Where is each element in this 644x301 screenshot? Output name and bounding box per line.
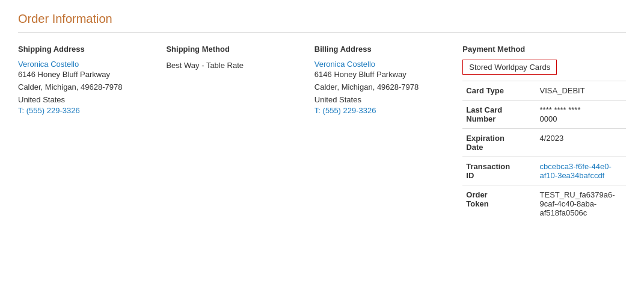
payment-table-row: Transaction IDcbcebca3-f6fe-44e0-af10-3e…	[462, 157, 626, 185]
payment-method-column: Payment Method Stored Worldpay Cards Car…	[462, 45, 626, 222]
shipping-phone-label: T:	[18, 106, 24, 115]
payment-row-value: TEST_RU_fa6379a6-9caf-4c40-8aba-af518fa0…	[536, 185, 626, 223]
billing-address-city: Calder, Michigan, 49628-7978	[314, 81, 450, 94]
payment-row-value: cbcebca3-f6fe-44e0-af10-3ea34bafccdf	[536, 157, 626, 185]
shipping-phone-number: (555) 229-3326	[26, 106, 80, 115]
billing-address-heading: Billing Address	[314, 45, 450, 54]
payment-table-row: Last Card Number**** **** **** 0000	[462, 101, 626, 129]
shipping-method-heading: Shipping Method	[166, 45, 302, 54]
shipping-address-column: Shipping Address Veronica Costello 6146 …	[18, 45, 166, 115]
payment-table-row: Expiration Date4/2023	[462, 129, 626, 157]
shipping-address-name: Veronica Costello	[18, 60, 154, 69]
shipping-address-city: Calder, Michigan, 49628-7978	[18, 81, 154, 94]
shipping-method-value: Best Way - Table Rate	[166, 60, 302, 72]
payment-table-row: Card TypeVISA_DEBIT	[462, 81, 626, 101]
payment-row-label: Last Card Number	[462, 101, 536, 129]
payment-row-label: Transaction ID	[462, 157, 536, 185]
billing-address-phone: T: (555) 229-3326	[314, 106, 450, 115]
shipping-method-column: Shipping Method Best Way - Table Rate	[166, 45, 314, 72]
order-info-columns: Shipping Address Veronica Costello 6146 …	[18, 45, 626, 222]
billing-address-street: 6146 Honey Bluff Parkway	[314, 69, 450, 81]
payment-method-badge: Stored Worldpay Cards	[462, 60, 557, 75]
shipping-address-phone: T: (555) 229-3326	[18, 106, 154, 115]
billing-address-column: Billing Address Veronica Costello 6146 H…	[314, 45, 462, 115]
billing-phone-number: (555) 229-3326	[323, 106, 376, 115]
shipping-address-street: 6146 Honey Bluff Parkway	[18, 69, 154, 81]
payment-row-value: VISA_DEBIT	[536, 81, 626, 101]
billing-address-name: Veronica Costello	[314, 60, 450, 69]
payment-row-value: 4/2023	[536, 129, 626, 157]
section-divider	[18, 32, 626, 33]
payment-row-label: Order Token	[462, 185, 536, 223]
payment-table-row: Order TokenTEST_RU_fa6379a6-9caf-4c40-8a…	[462, 185, 626, 223]
shipping-address-country: United States	[18, 94, 154, 107]
payment-details-table: Card TypeVISA_DEBITLast Card Number**** …	[462, 81, 626, 222]
payment-method-heading: Payment Method	[462, 45, 626, 54]
page-title: Order Information	[18, 12, 626, 26]
payment-row-label: Expiration Date	[462, 129, 536, 157]
payment-row-value: **** **** **** 0000	[536, 101, 626, 129]
billing-phone-label: T:	[314, 106, 320, 115]
billing-address-country: United States	[314, 94, 450, 107]
payment-row-label: Card Type	[462, 81, 536, 101]
shipping-address-heading: Shipping Address	[18, 45, 154, 54]
